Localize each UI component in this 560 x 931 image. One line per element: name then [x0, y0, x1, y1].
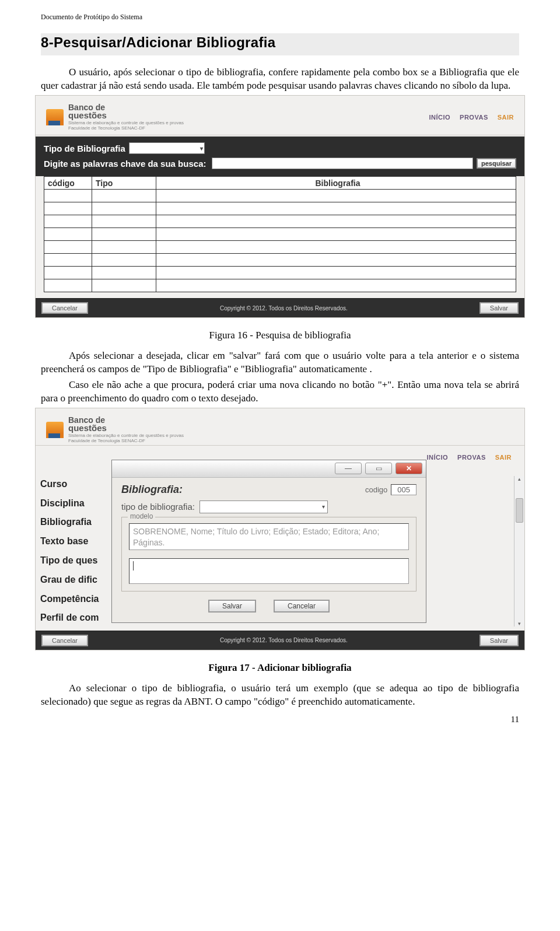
col-codigo: código — [44, 177, 92, 190]
top-nav-2: INÍCIO PROVAS SAIR — [426, 454, 512, 461]
app-header: Banco de questões Sistema de elaboração … — [36, 96, 524, 135]
logo-subtitle: Sistema de elaboração e controle de ques… — [68, 433, 184, 444]
document-header: Documento de Protótipo do Sistema — [41, 13, 519, 22]
screenshot-add-bibliography: Banco de questões Sistema de elaboração … — [35, 408, 525, 650]
dialog-title: Bibliografia: — [121, 484, 183, 496]
top-nav: INÍCIO PROVAS SAIR — [429, 114, 514, 121]
section-title: 8-Pesquisar/Adicionar Bibliografia — [41, 33, 519, 55]
logo-text: Banco de questões — [68, 416, 184, 433]
nav-inicio[interactable]: INÍCIO — [429, 114, 450, 121]
modelo-example-text: SOBRENOME, Nome; Título do Livro; Edição… — [129, 523, 409, 550]
label-texto-base: Texto base — [40, 532, 99, 551]
search-label: Digite as palavras chave da sua busca: — [44, 159, 206, 169]
copyright: Copyright © 2012. Todos os Direitos Rese… — [88, 305, 480, 312]
app-logo: Banco de questões Sistema de elaboração … — [46, 104, 184, 131]
screenshot-search-bibliography: Banco de questões Sistema de elaboração … — [35, 95, 525, 318]
tipo-bibliografia-select[interactable] — [200, 501, 328, 513]
label-competencia: Competência — [40, 590, 99, 609]
nav-provas[interactable]: PROVAS — [460, 114, 488, 121]
cancel-button[interactable]: Cancelar — [41, 635, 88, 646]
modelo-group: modelo SOBRENOME, Nome; Título do Livro;… — [121, 517, 416, 592]
logo-sub2: Faculdade de Tecnologia SENAC-DF — [68, 126, 184, 131]
codigo-label: codigo — [365, 485, 387, 494]
label-curso: Curso — [40, 475, 99, 494]
logo-sub2: Faculdade de Tecnologia SENAC-DF — [68, 439, 184, 444]
logo-subtitle: Sistema de elaboração e controle de ques… — [68, 121, 184, 131]
dialog-body: Bibliografia: codigo 005 tipo de bibliog… — [112, 478, 426, 618]
divider — [36, 135, 524, 135]
nav-inicio[interactable]: INÍCIO — [426, 454, 448, 461]
scrollbar-thumb[interactable] — [516, 498, 523, 523]
nav-sair[interactable]: SAIR — [498, 114, 514, 121]
col-tipo: Tipo — [92, 177, 156, 190]
save-button[interactable]: Salvar — [480, 635, 519, 646]
label-bibliografia: Bibliografia — [40, 513, 99, 532]
figure-17-caption: Figura 17 - Adicionar bibliografia — [41, 662, 519, 674]
dialog-save-button[interactable]: Salvar — [208, 600, 256, 612]
search-input[interactable] — [212, 158, 473, 169]
tipo-select[interactable] — [129, 142, 205, 154]
copyright: Copyright © 2012. Todos os Direitos Rese… — [88, 637, 480, 643]
dialog-titlebar: — ▭ ✕ — [112, 460, 426, 478]
logo-text: Banco de questões — [68, 104, 184, 120]
logo-icon — [46, 109, 64, 125]
paragraph-2: Após selecionar a desejada, clicar em "s… — [41, 349, 519, 376]
paragraph-1: O usuário, após selecionar o tipo de bib… — [41, 66, 519, 93]
label-disciplina: Disciplina — [40, 494, 99, 513]
close-button[interactable]: ✕ — [396, 463, 422, 474]
nav-sair[interactable]: SAIR — [495, 454, 512, 461]
figure-16-caption: Figura 16 - Pesquisa de bibliografia — [41, 330, 519, 341]
logo-line2: questões — [68, 111, 184, 120]
page-number: 11 — [41, 715, 519, 724]
label-grau-dific: Grau de dific — [40, 570, 99, 590]
nav-provas[interactable]: PROVAS — [457, 454, 486, 461]
bibliography-text-input[interactable] — [129, 558, 409, 584]
tipo-label: Tipo de Bibliografia — [44, 144, 125, 153]
label-tipo-questao: Tipo de ques — [40, 551, 99, 570]
results-table: código Tipo Bibliografia — [44, 176, 516, 292]
col-bibliografia: Bibliografia — [156, 177, 516, 190]
app-footer: Cancelar Copyright © 2012. Todos os Dire… — [36, 298, 524, 317]
label-perfil-com: Perfil de com — [40, 608, 99, 628]
tipo-bibliografia-label: tipo de bibliografia: — [121, 502, 195, 512]
paragraph-3: Caso ele não ache a que procura, poderá … — [41, 379, 519, 405]
modelo-group-label: modelo — [128, 512, 155, 520]
text-caret — [133, 561, 134, 570]
form-labels-behind: Curso Disciplina Bibliografia Texto base… — [40, 475, 99, 647]
paragraph-4: Ao selecionar o tipo de bibliografia, o … — [41, 682, 519, 709]
search-panel: Tipo de Bibliografia Digite as palavras … — [36, 136, 524, 176]
save-button[interactable]: Salvar — [480, 302, 519, 314]
app-header-2: Banco de questões Sistema de elaboração … — [36, 408, 524, 445]
maximize-button[interactable]: ▭ — [365, 463, 392, 474]
app-logo-2: Banco de questões Sistema de elaboração … — [46, 416, 184, 444]
cancel-button[interactable]: Cancelar — [41, 302, 88, 314]
logo-line2: questões — [68, 424, 184, 432]
divider — [36, 445, 524, 446]
vertical-scrollbar[interactable] — [514, 476, 524, 626]
search-button[interactable]: pesquisar — [477, 158, 516, 169]
app-footer-2: Cancelar Copyright © 2012. Todos os Dire… — [36, 631, 524, 650]
codigo-value: 005 — [391, 484, 416, 495]
minimize-button[interactable]: — — [335, 463, 362, 474]
logo-icon — [46, 422, 64, 438]
dialog-cancel-button[interactable]: Cancelar — [274, 600, 330, 612]
bibliography-dialog: — ▭ ✕ Bibliografia: codigo 005 tipo de b… — [111, 460, 426, 623]
